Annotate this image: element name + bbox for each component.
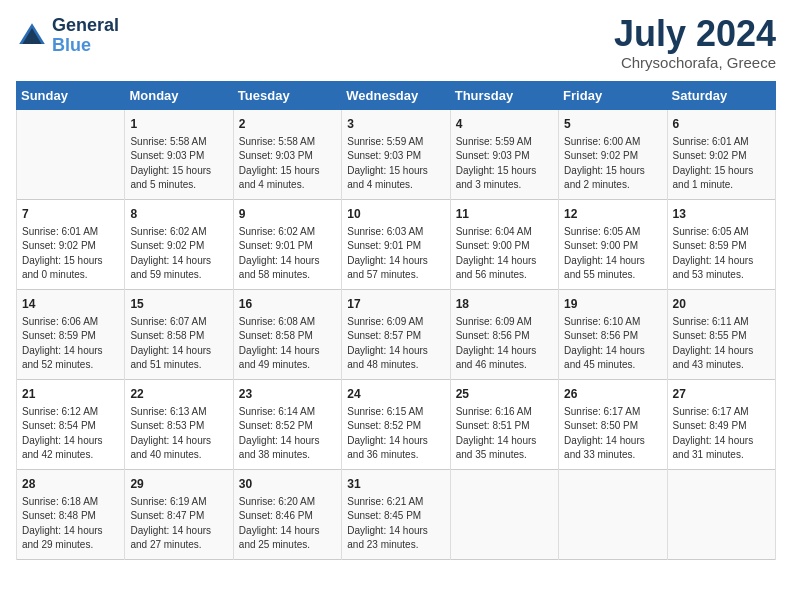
weekday-header-wednesday: Wednesday — [342, 82, 450, 110]
calendar-cell — [559, 470, 667, 560]
page-header: General Blue July 2024 Chrysochorafa, Gr… — [16, 16, 776, 71]
day-number: 12 — [564, 206, 661, 223]
day-number: 21 — [22, 386, 119, 403]
day-info: Sunrise: 6:05 AM Sunset: 8:59 PM Dayligh… — [673, 225, 770, 283]
day-number: 27 — [673, 386, 770, 403]
day-info: Sunrise: 5:58 AM Sunset: 9:03 PM Dayligh… — [130, 135, 227, 193]
day-info: Sunrise: 6:14 AM Sunset: 8:52 PM Dayligh… — [239, 405, 336, 463]
calendar-cell: 3Sunrise: 5:59 AM Sunset: 9:03 PM Daylig… — [342, 110, 450, 200]
day-info: Sunrise: 5:59 AM Sunset: 9:03 PM Dayligh… — [456, 135, 553, 193]
day-info: Sunrise: 6:17 AM Sunset: 8:49 PM Dayligh… — [673, 405, 770, 463]
day-info: Sunrise: 6:01 AM Sunset: 9:02 PM Dayligh… — [22, 225, 119, 283]
calendar-cell: 27Sunrise: 6:17 AM Sunset: 8:49 PM Dayli… — [667, 380, 775, 470]
day-number: 28 — [22, 476, 119, 493]
day-info: Sunrise: 6:08 AM Sunset: 8:58 PM Dayligh… — [239, 315, 336, 373]
day-number: 8 — [130, 206, 227, 223]
day-number: 9 — [239, 206, 336, 223]
calendar-cell: 30Sunrise: 6:20 AM Sunset: 8:46 PM Dayli… — [233, 470, 341, 560]
day-number: 1 — [130, 116, 227, 133]
calendar-cell: 15Sunrise: 6:07 AM Sunset: 8:58 PM Dayli… — [125, 290, 233, 380]
day-number: 22 — [130, 386, 227, 403]
day-number: 20 — [673, 296, 770, 313]
day-number: 25 — [456, 386, 553, 403]
day-number: 7 — [22, 206, 119, 223]
day-number: 15 — [130, 296, 227, 313]
calendar-cell: 21Sunrise: 6:12 AM Sunset: 8:54 PM Dayli… — [17, 380, 125, 470]
calendar-cell — [667, 470, 775, 560]
day-info: Sunrise: 6:18 AM Sunset: 8:48 PM Dayligh… — [22, 495, 119, 553]
day-number: 16 — [239, 296, 336, 313]
day-info: Sunrise: 6:17 AM Sunset: 8:50 PM Dayligh… — [564, 405, 661, 463]
calendar-cell: 14Sunrise: 6:06 AM Sunset: 8:59 PM Dayli… — [17, 290, 125, 380]
day-info: Sunrise: 6:01 AM Sunset: 9:02 PM Dayligh… — [673, 135, 770, 193]
day-number: 14 — [22, 296, 119, 313]
week-row-4: 21Sunrise: 6:12 AM Sunset: 8:54 PM Dayli… — [17, 380, 776, 470]
weekday-header-friday: Friday — [559, 82, 667, 110]
day-number: 23 — [239, 386, 336, 403]
day-info: Sunrise: 6:21 AM Sunset: 8:45 PM Dayligh… — [347, 495, 444, 553]
calendar-cell: 20Sunrise: 6:11 AM Sunset: 8:55 PM Dayli… — [667, 290, 775, 380]
day-info: Sunrise: 6:06 AM Sunset: 8:59 PM Dayligh… — [22, 315, 119, 373]
day-info: Sunrise: 6:19 AM Sunset: 8:47 PM Dayligh… — [130, 495, 227, 553]
week-row-2: 7Sunrise: 6:01 AM Sunset: 9:02 PM Daylig… — [17, 200, 776, 290]
calendar-cell: 13Sunrise: 6:05 AM Sunset: 8:59 PM Dayli… — [667, 200, 775, 290]
calendar-cell: 12Sunrise: 6:05 AM Sunset: 9:00 PM Dayli… — [559, 200, 667, 290]
calendar-cell: 22Sunrise: 6:13 AM Sunset: 8:53 PM Dayli… — [125, 380, 233, 470]
day-number: 29 — [130, 476, 227, 493]
week-row-1: 1Sunrise: 5:58 AM Sunset: 9:03 PM Daylig… — [17, 110, 776, 200]
calendar-cell: 17Sunrise: 6:09 AM Sunset: 8:57 PM Dayli… — [342, 290, 450, 380]
day-number: 4 — [456, 116, 553, 133]
calendar-cell: 16Sunrise: 6:08 AM Sunset: 8:58 PM Dayli… — [233, 290, 341, 380]
weekday-header-monday: Monday — [125, 82, 233, 110]
calendar-cell: 7Sunrise: 6:01 AM Sunset: 9:02 PM Daylig… — [17, 200, 125, 290]
day-number: 6 — [673, 116, 770, 133]
calendar-cell: 31Sunrise: 6:21 AM Sunset: 8:45 PM Dayli… — [342, 470, 450, 560]
month-title: July 2024 — [614, 16, 776, 52]
calendar-cell: 8Sunrise: 6:02 AM Sunset: 9:02 PM Daylig… — [125, 200, 233, 290]
title-block: July 2024 Chrysochorafa, Greece — [614, 16, 776, 71]
calendar-cell: 23Sunrise: 6:14 AM Sunset: 8:52 PM Dayli… — [233, 380, 341, 470]
calendar-cell: 2Sunrise: 5:58 AM Sunset: 9:03 PM Daylig… — [233, 110, 341, 200]
day-number: 2 — [239, 116, 336, 133]
day-number: 11 — [456, 206, 553, 223]
day-info: Sunrise: 6:10 AM Sunset: 8:56 PM Dayligh… — [564, 315, 661, 373]
logo-text: General Blue — [52, 16, 119, 56]
calendar-cell — [17, 110, 125, 200]
day-number: 26 — [564, 386, 661, 403]
week-row-5: 28Sunrise: 6:18 AM Sunset: 8:48 PM Dayli… — [17, 470, 776, 560]
day-info: Sunrise: 6:07 AM Sunset: 8:58 PM Dayligh… — [130, 315, 227, 373]
day-info: Sunrise: 6:00 AM Sunset: 9:02 PM Dayligh… — [564, 135, 661, 193]
day-info: Sunrise: 6:03 AM Sunset: 9:01 PM Dayligh… — [347, 225, 444, 283]
day-info: Sunrise: 6:20 AM Sunset: 8:46 PM Dayligh… — [239, 495, 336, 553]
logo: General Blue — [16, 16, 119, 56]
calendar-cell: 9Sunrise: 6:02 AM Sunset: 9:01 PM Daylig… — [233, 200, 341, 290]
calendar-cell: 11Sunrise: 6:04 AM Sunset: 9:00 PM Dayli… — [450, 200, 558, 290]
calendar-cell: 28Sunrise: 6:18 AM Sunset: 8:48 PM Dayli… — [17, 470, 125, 560]
day-number: 31 — [347, 476, 444, 493]
weekday-header-saturday: Saturday — [667, 82, 775, 110]
calendar-cell: 1Sunrise: 5:58 AM Sunset: 9:03 PM Daylig… — [125, 110, 233, 200]
day-info: Sunrise: 6:13 AM Sunset: 8:53 PM Dayligh… — [130, 405, 227, 463]
day-info: Sunrise: 5:58 AM Sunset: 9:03 PM Dayligh… — [239, 135, 336, 193]
logo-icon — [16, 20, 48, 52]
day-info: Sunrise: 6:02 AM Sunset: 9:01 PM Dayligh… — [239, 225, 336, 283]
weekday-header-row: SundayMondayTuesdayWednesdayThursdayFrid… — [17, 82, 776, 110]
day-info: Sunrise: 6:15 AM Sunset: 8:52 PM Dayligh… — [347, 405, 444, 463]
calendar-cell: 19Sunrise: 6:10 AM Sunset: 8:56 PM Dayli… — [559, 290, 667, 380]
day-info: Sunrise: 6:16 AM Sunset: 8:51 PM Dayligh… — [456, 405, 553, 463]
calendar-cell: 10Sunrise: 6:03 AM Sunset: 9:01 PM Dayli… — [342, 200, 450, 290]
calendar-cell: 5Sunrise: 6:00 AM Sunset: 9:02 PM Daylig… — [559, 110, 667, 200]
weekday-header-thursday: Thursday — [450, 82, 558, 110]
calendar-cell: 6Sunrise: 6:01 AM Sunset: 9:02 PM Daylig… — [667, 110, 775, 200]
day-number: 17 — [347, 296, 444, 313]
day-number: 5 — [564, 116, 661, 133]
day-number: 30 — [239, 476, 336, 493]
location: Chrysochorafa, Greece — [614, 54, 776, 71]
day-info: Sunrise: 6:02 AM Sunset: 9:02 PM Dayligh… — [130, 225, 227, 283]
day-number: 18 — [456, 296, 553, 313]
day-info: Sunrise: 6:09 AM Sunset: 8:56 PM Dayligh… — [456, 315, 553, 373]
calendar-cell: 4Sunrise: 5:59 AM Sunset: 9:03 PM Daylig… — [450, 110, 558, 200]
day-number: 19 — [564, 296, 661, 313]
calendar-cell: 25Sunrise: 6:16 AM Sunset: 8:51 PM Dayli… — [450, 380, 558, 470]
day-number: 24 — [347, 386, 444, 403]
